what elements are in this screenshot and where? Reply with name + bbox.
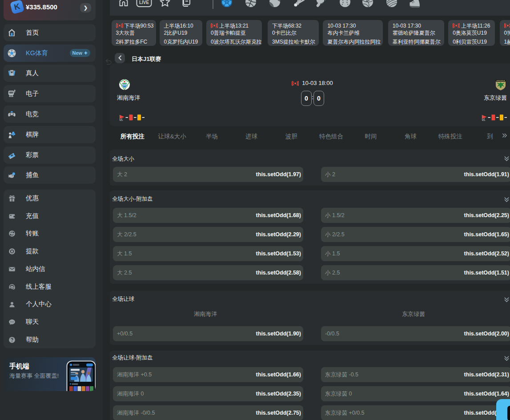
svg-text:LIVE: LIVE [139,0,149,5]
